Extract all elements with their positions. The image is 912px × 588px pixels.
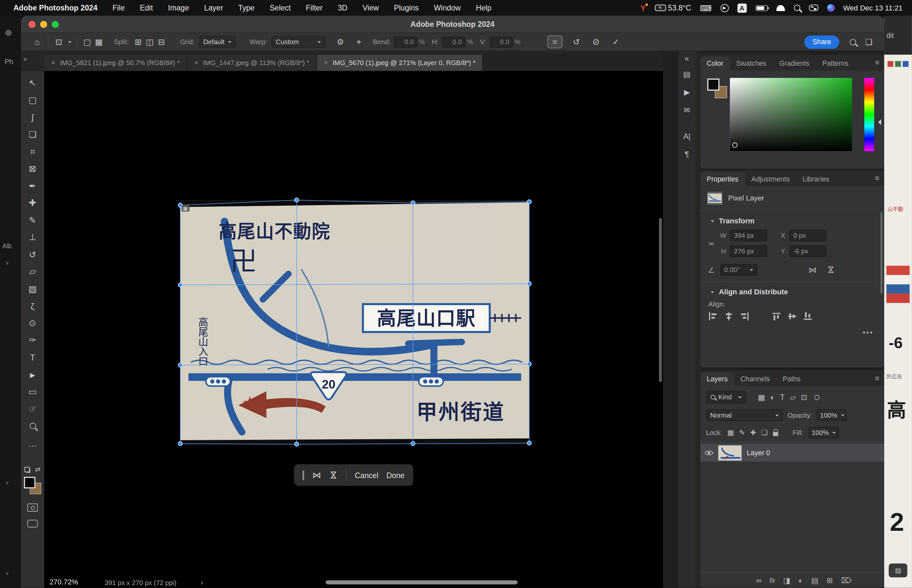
filter-shape-layers-icon[interactable]: ▱ [790,393,796,402]
paragraph-panel-icon[interactable]: ¶ [678,145,695,163]
zoom-tool[interactable] [21,418,44,435]
align-left-icon[interactable] [708,312,718,320]
temperature-status[interactable]: ϟ 53.8°C [655,3,691,13]
hue-slider-handle[interactable] [875,119,881,125]
brush-tool[interactable]: ✎ [21,212,44,229]
y-field[interactable]: -6 px [789,245,826,257]
pen-tool[interactable]: ✑ [21,331,44,349]
lock-position-icon[interactable]: ✚ [750,428,756,436]
tab-properties[interactable]: Properties [700,172,745,186]
canvas-area[interactable]: 20 高尾山口駅 高尾山不動院 卍 高尾山入口 甲州街道 ★ [44,71,663,588]
fill-field[interactable]: 100% [808,427,838,439]
bend-input[interactable]: 0.0 [394,36,417,47]
horizontal-scrollbar[interactable] [326,580,518,584]
type-tool[interactable]: T [21,349,44,366]
share-button[interactable]: Share [804,36,839,49]
input-source-icon[interactable]: A [737,3,747,13]
tab-adjustments[interactable]: Adjustments [745,172,796,186]
opacity-field[interactable]: 100% [817,409,847,421]
history-brush-tool[interactable]: ↺ [21,246,44,263]
spotlight-search-icon[interactable] [794,5,800,11]
edit-toolbar-button[interactable]: … [21,435,44,452]
puppet-warp-icon[interactable]: ⌖ [353,36,365,48]
done-button[interactable]: Done [386,471,404,480]
height-field[interactable]: 276 px [730,245,767,257]
saturation-brightness-field[interactable] [730,78,852,151]
hue-slider[interactable] [864,78,874,151]
eraser-tool[interactable]: ▱ [21,263,44,280]
layer-visibility-icon[interactable] [705,449,713,457]
smudge-tool[interactable]: ζ [21,297,44,314]
rectangle-tool[interactable]: ▭ [21,383,44,400]
new-adjustment-layer-icon[interactable]: ◐ [799,576,803,585]
menu-window[interactable]: Window [434,3,461,13]
tab-color[interactable]: Color [700,56,730,70]
h-input[interactable]: 0.0 [442,36,465,47]
filter-pixel-layers-icon[interactable]: ▦ [758,393,765,402]
new-group-icon[interactable]: ▤ [811,576,818,585]
tab-libraries[interactable]: Libraries [796,172,836,186]
grid-select[interactable]: Default [199,36,236,48]
menu-type[interactable]: Type [238,3,254,13]
panel-menu-icon[interactable]: ≡ [875,174,880,183]
align-bottom-icon[interactable] [804,312,813,320]
delete-layer-icon[interactable]: ⌦ [841,576,852,585]
close-tab-icon[interactable]: × [194,59,198,67]
tab-patterns[interactable]: Patterns [816,56,855,70]
menu-app-name[interactable]: Adobe Photoshop 2024 [13,3,97,13]
now-playing-icon[interactable]: ▶ [720,4,728,12]
new-layer-icon[interactable]: ⊞ [826,576,833,585]
menu-3d[interactable]: 3D [338,3,348,13]
panel-menu-icon[interactable]: ≡ [875,58,880,67]
menu-select[interactable]: Select [270,3,291,13]
path-selection-tool[interactable]: ► [21,366,44,383]
layer-name[interactable]: Layer 0 [747,449,770,457]
foreground-color-swatch[interactable] [707,79,720,90]
expand-panels-icon[interactable]: « [678,51,695,65]
default-colors-icon[interactable] [24,467,31,473]
home-icon[interactable]: ⌂ [31,36,43,48]
lasso-tool[interactable]: ʃ [21,108,44,126]
commit-transform-icon[interactable]: ✓ [610,36,622,48]
foreground-color-swatch[interactable] [24,477,36,489]
keyboard-icon[interactable]: ⌨ [700,3,712,13]
menu-view[interactable]: View [362,3,379,13]
warp-grid-icon[interactable]: ▦ [93,36,105,48]
status-chevron-icon[interactable]: › [201,578,203,587]
lock-transparency-icon[interactable]: ▦ [727,428,734,436]
swap-colors-icon[interactable]: ⇄ [35,466,40,473]
character-panel-icon[interactable]: A| [678,127,695,145]
v-input[interactable]: 0.0 [489,36,513,47]
layer-filter-toggle[interactable] [814,394,820,400]
menu-filter[interactable]: Filter [306,3,323,13]
close-tab-icon[interactable]: × [51,59,55,67]
menubar-clock[interactable]: Wed Dec 13 11:21 [843,4,902,12]
document-tab-active[interactable]: × IMG_5670 (1).jpeg @ 271% (Layer 0, RGB… [317,55,483,71]
layer-row-selected[interactable]: Layer 0 [700,444,884,462]
menu-image[interactable]: Image [168,3,189,13]
more-options-icon[interactable]: ••• [700,321,884,336]
filter-kind-select[interactable]: Kind [706,391,746,404]
panel-scrollbar[interactable] [881,212,882,294]
tab-paths[interactable]: Paths [776,372,807,386]
gear-icon[interactable]: ⚙ [335,36,346,48]
split-crosswise-icon[interactable]: ⊞ [133,36,144,48]
split-vertical-icon[interactable]: ◫ [144,36,156,48]
align-center-horizontal-icon[interactable] [724,312,733,320]
color-picker-cursor[interactable] [733,142,737,148]
frame-tool[interactable]: ⊠ [21,160,44,177]
filter-smart-objects-icon[interactable]: ⊡ [801,393,807,402]
warp-select[interactable]: Custom [272,36,325,48]
flip-horizontal-icon[interactable]: ⋈ [808,265,817,275]
filter-adjustment-layers-icon[interactable]: ◐ [770,393,775,402]
flip-vertical-icon[interactable]: ⋈ [328,471,339,480]
gradient-tool[interactable]: ▨ [21,280,44,297]
workspace-switcher-icon[interactable]: ❏ [863,36,875,48]
menu-plugins[interactable]: Plugins [394,3,419,13]
transform-section-header[interactable]: Transform [700,211,884,228]
tab-layers[interactable]: Layers [700,372,734,386]
close-tab-icon[interactable]: × [324,59,328,67]
quick-mask-button[interactable] [27,504,38,512]
comments-panel-icon[interactable]: ✉ [678,101,695,119]
warp-transform-target[interactable]: 20 高尾山口駅 高尾山不動院 卍 高尾山入口 甲州街道 ★ [180,200,529,445]
